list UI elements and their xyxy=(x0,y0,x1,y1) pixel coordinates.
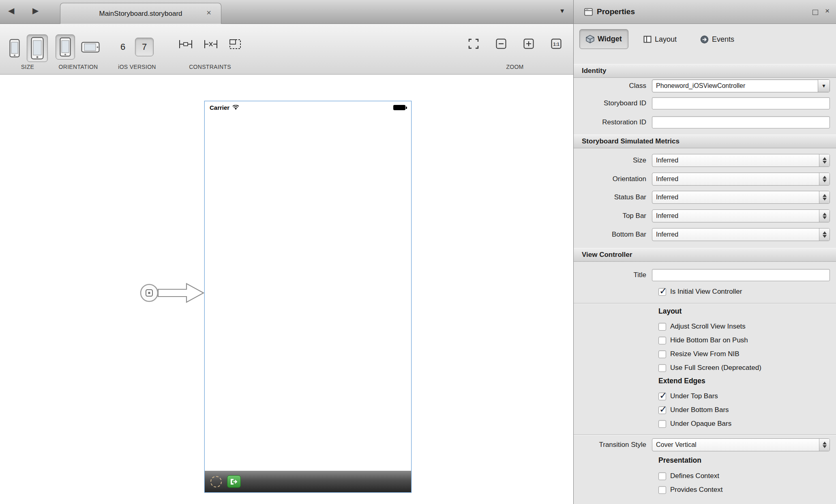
under-opaque-bars-label: Under Opaque Bars xyxy=(670,420,731,428)
section-metrics: Storyboard Simulated Metrics xyxy=(574,135,836,148)
tab-title: MainStoryboard.storyboard xyxy=(99,10,182,18)
back-icon[interactable]: ◀ xyxy=(8,6,14,15)
restoration-id-input[interactable] xyxy=(652,116,830,128)
transition-style-popup[interactable]: Cover Vertical xyxy=(652,438,830,451)
defines-context-row: Defines Context xyxy=(658,470,719,482)
divider xyxy=(574,434,836,435)
stepper-icon[interactable] xyxy=(819,210,830,222)
size-popup[interactable]: Inferred xyxy=(652,154,830,167)
bottom-bar-metric-label: Bottom Bar xyxy=(574,231,652,239)
orientation-portrait-button[interactable] xyxy=(56,34,75,60)
section-identity: Identity xyxy=(574,64,836,78)
storyboard-canvas[interactable]: Carrier xyxy=(0,75,573,504)
xamarin-designer-window: ◀ ▶ MainStoryboard.storyboard × ▼ SI xyxy=(0,0,836,504)
zoom-in-icon[interactable] xyxy=(523,38,534,49)
bottom-bar-popup[interactable]: Inferred xyxy=(652,228,830,241)
class-row: Class Phoneword_iOSViewController ▼ xyxy=(574,79,836,92)
provides-context-label: Provides Context xyxy=(670,486,722,494)
under-bottom-bars-label: Under Bottom Bars xyxy=(670,406,729,414)
zoom-fullscreen-icon[interactable] xyxy=(468,38,479,49)
stepper-icon[interactable] xyxy=(819,154,830,167)
size-label: SIZE xyxy=(4,64,51,70)
orientation-group: ORIENTATION xyxy=(53,24,104,74)
storyboard-editor: ◀ ▶ MainStoryboard.storyboard × ▼ SI xyxy=(0,0,573,504)
stepper-icon[interactable] xyxy=(819,173,830,185)
provides-context-checkbox[interactable] xyxy=(658,486,666,494)
view-controller-view[interactable]: Carrier xyxy=(204,101,412,493)
tab-events[interactable]: Events xyxy=(700,34,734,45)
ios6-button[interactable]: 6 xyxy=(120,42,125,52)
size-tall-phone-button[interactable] xyxy=(27,34,48,62)
adjust-scroll-insets-checkbox[interactable] xyxy=(658,323,666,331)
ios7-button[interactable]: 7 xyxy=(135,38,154,56)
tab-mainstoryboard[interactable]: MainStoryboard.storyboard × xyxy=(60,3,221,24)
use-full-screen-checkbox[interactable] xyxy=(658,364,666,372)
size-metric-label: Size xyxy=(574,156,652,164)
stepper-icon[interactable] xyxy=(819,439,830,451)
is-initial-checkbox[interactable] xyxy=(658,288,666,296)
properties-pad-icon xyxy=(584,8,593,16)
size-small-phone-icon[interactable] xyxy=(7,36,22,61)
dock-icon[interactable] xyxy=(812,10,818,15)
resize-view-checkbox[interactable] xyxy=(658,350,666,358)
designer-toolbar: SIZE ORIENTATION 6 7 xyxy=(0,24,573,75)
initial-view-controller-arrow[interactable] xyxy=(137,278,207,308)
constraint-frame-icon[interactable] xyxy=(229,38,242,50)
title-input[interactable] xyxy=(652,269,830,281)
orientation-popup[interactable]: Inferred xyxy=(652,173,830,186)
properties-title: Properties xyxy=(597,7,635,16)
constraints-group: CONSTRAINTS xyxy=(174,24,247,74)
close-panel-icon[interactable]: × xyxy=(825,6,830,15)
resize-view-label: Resize View From NIB xyxy=(670,350,740,358)
class-value: Phoneword_iOSViewController xyxy=(652,82,818,90)
tab-layout[interactable]: Layout xyxy=(643,34,677,45)
transition-style-value: Cover Vertical xyxy=(652,441,819,448)
placeholder-outlet-icon[interactable] xyxy=(210,476,222,487)
orientation-popup-value: Inferred xyxy=(652,175,819,183)
is-initial-row: Is Initial View Controller xyxy=(658,286,742,297)
forward-icon[interactable]: ▶ xyxy=(32,6,39,15)
defines-context-label: Defines Context xyxy=(670,472,719,480)
bottom-bar-row: Bottom Bar Inferred xyxy=(574,228,836,241)
carrier-label: Carrier xyxy=(210,104,229,111)
zoom-actual-size-icon[interactable]: 1:1 xyxy=(551,38,562,49)
title-label: Title xyxy=(574,271,652,279)
storyboard-id-input[interactable] xyxy=(652,97,830,109)
stepper-icon[interactable] xyxy=(819,229,830,241)
constraint-width-icon[interactable] xyxy=(178,38,193,50)
phone-bottom-toolbar xyxy=(205,471,411,492)
zoom-label: ZOOM xyxy=(461,64,569,70)
constraint-spacing-icon[interactable] xyxy=(204,38,218,50)
widget-cube-icon xyxy=(586,35,594,43)
class-label: Class xyxy=(574,82,652,90)
restoration-id-row: Restoration ID xyxy=(574,116,836,128)
zoom-group: 1:1 ZOOM xyxy=(461,24,569,74)
class-combobox[interactable]: Phoneword_iOSViewController ▼ xyxy=(652,79,830,92)
top-bar-popup-value: Inferred xyxy=(652,212,819,220)
bottom-bar-popup-value: Inferred xyxy=(652,231,819,238)
hide-bottom-bar-checkbox[interactable] xyxy=(658,337,666,344)
zoom-out-icon[interactable] xyxy=(496,38,506,49)
tab-widget[interactable]: Widget xyxy=(579,29,628,49)
exit-segue-icon[interactable] xyxy=(227,475,241,488)
storyboard-id-row: Storyboard ID xyxy=(574,97,836,109)
under-top-bars-checkbox[interactable] xyxy=(658,393,666,400)
top-bar-popup[interactable]: Inferred xyxy=(652,209,830,222)
under-bottom-bars-row: Under Bottom Bars xyxy=(658,404,729,416)
defines-context-checkbox[interactable] xyxy=(658,472,666,480)
orientation-landscape-icon[interactable] xyxy=(80,35,101,59)
presentation-heading: Presentation xyxy=(658,456,701,465)
top-bar-row: Top Bar Inferred xyxy=(574,209,836,222)
status-bar-popup[interactable]: Inferred xyxy=(652,191,830,204)
properties-tabs: Widget Layout Events xyxy=(574,24,836,64)
tab-list-icon[interactable]: ▼ xyxy=(559,7,565,14)
class-dropdown-icon[interactable]: ▼ xyxy=(818,80,830,92)
under-bottom-bars-checkbox[interactable] xyxy=(658,406,666,414)
stepper-icon[interactable] xyxy=(819,191,830,203)
size-popup-value: Inferred xyxy=(652,157,819,164)
under-opaque-bars-checkbox[interactable] xyxy=(658,420,666,428)
status-bar-metric-label: Status Bar xyxy=(574,193,652,201)
under-opaque-bars-row: Under Opaque Bars xyxy=(658,418,731,429)
tab-close-icon[interactable]: × xyxy=(206,8,211,17)
phone-status-bar: Carrier xyxy=(205,101,411,113)
